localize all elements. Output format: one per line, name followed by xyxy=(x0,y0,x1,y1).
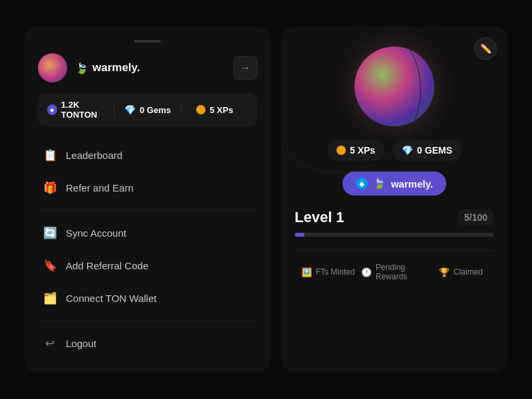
menu-section: 📋 Leaderboard 🎁 Refer and Earn 🔄 Sync Ac… xyxy=(38,140,257,359)
logout-label: Logout xyxy=(66,338,96,349)
level-row: Level 1 5/100 xyxy=(295,209,494,226)
tabs-row: 🖼️ FTs Minted 🕐 Pending Rewards 🏆 Claime… xyxy=(295,250,494,284)
brand-name: 🍃 warmely. xyxy=(75,61,140,74)
gem-icon: 💎 xyxy=(124,104,136,115)
brand-pill: ◈ 🍃 warmely. xyxy=(342,172,446,196)
xp-icon xyxy=(196,105,205,114)
stat-tonton: ◈ 1.2K TONTON xyxy=(47,100,114,120)
avatar-large xyxy=(354,47,434,126)
nfts-icon: 🖼️ xyxy=(301,267,312,277)
profile-row: 🍃 warmely. → xyxy=(38,53,257,82)
edit-button[interactable]: ✏️ xyxy=(474,37,497,60)
right-stats: 5 XPs 💎 0 GEMS xyxy=(327,140,462,161)
xp-dot-icon xyxy=(336,146,346,155)
refer-label: Refer and Earn xyxy=(66,182,134,194)
sync-label: Sync Account xyxy=(66,227,126,239)
xps-value: 5 XPs xyxy=(209,105,233,115)
right-xps-value: 5 XPs xyxy=(350,145,375,156)
menu-item-sync[interactable]: 🔄 Sync Account xyxy=(38,217,257,249)
stat-xps: 5 XPs xyxy=(182,105,248,115)
right-gem-icon: 💎 xyxy=(402,145,413,156)
claimed-icon: 🏆 xyxy=(439,267,450,277)
pending-icon: 🕐 xyxy=(361,267,372,277)
avatar xyxy=(38,53,67,82)
stats-bar: ◈ 1.2K TONTON 💎 0 Gems 5 XPs xyxy=(38,93,257,126)
leaderboard-icon: 📋 xyxy=(43,148,57,162)
pill-brand-name: warmely. xyxy=(391,178,433,190)
left-panel: 🍃 warmely. → ◈ 1.2K TONTON 💎 0 Gems 5 XP… xyxy=(25,27,271,372)
refer-icon: 🎁 xyxy=(43,181,57,195)
menu-item-ton-wallet[interactable]: 🗂️ Connect TON Wallet xyxy=(38,283,257,314)
sync-icon: 🔄 xyxy=(43,226,57,240)
claimed-label: Claimed xyxy=(454,267,483,277)
leaderboard-label: Leaderboard xyxy=(66,150,122,161)
stat-gems: 💎 0 Gems xyxy=(114,104,182,115)
pill-ton-icon: ◈ xyxy=(356,178,368,190)
menu-item-logout[interactable]: ↩ Logout xyxy=(38,328,257,359)
divider-2 xyxy=(38,321,257,321)
level-progress-label: 5/100 xyxy=(458,209,494,225)
brand-label: warmely. xyxy=(92,61,140,74)
logout-icon: ↩ xyxy=(43,336,57,350)
tab-pending-rewards[interactable]: 🕐 Pending Rewards xyxy=(361,260,428,284)
gems-value: 0 Gems xyxy=(140,105,171,115)
ton-wallet-icon: 🗂️ xyxy=(43,291,57,305)
right-gems-value: 0 GEMS xyxy=(417,145,452,156)
right-panel: ✏️ 5 XPs 💎 0 GEMS ◈ 🍃 warmely. Level 1 5… xyxy=(281,27,507,372)
brand-icon: 🍃 xyxy=(75,62,88,74)
menu-item-refer-earn[interactable]: 🎁 Refer and Earn xyxy=(38,172,257,203)
progress-bar xyxy=(295,233,494,237)
tonton-icon: ◈ xyxy=(47,104,57,115)
menu-item-referral-code[interactable]: 🔖 Add Referral Code xyxy=(38,250,257,281)
profile-left: 🍃 warmely. xyxy=(38,53,140,82)
tab-nfts-minted[interactable]: 🖼️ FTs Minted xyxy=(295,260,361,284)
tab-claimed[interactable]: 🏆 Claimed xyxy=(428,260,494,284)
nfts-label: FTs Minted xyxy=(316,267,355,277)
divider-1 xyxy=(38,210,257,211)
right-stat-xps: 5 XPs xyxy=(327,140,384,161)
ton-wallet-label: Connect TON Wallet xyxy=(66,293,156,304)
drag-handle xyxy=(134,40,161,43)
menu-item-leaderboard[interactable]: 📋 Leaderboard xyxy=(38,140,257,171)
level-text: Level 1 xyxy=(295,209,344,226)
referral-icon: 🔖 xyxy=(43,259,57,273)
referral-label: Add Referral Code xyxy=(66,260,148,271)
right-stat-gems: 💎 0 GEMS xyxy=(392,140,462,161)
arrow-button[interactable]: → xyxy=(233,56,257,80)
tonton-value: 1.2K TONTON xyxy=(61,100,114,120)
pending-label: Pending Rewards xyxy=(376,263,428,281)
progress-bar-fill xyxy=(295,233,305,237)
pill-brand-icon: 🍃 xyxy=(373,178,386,190)
